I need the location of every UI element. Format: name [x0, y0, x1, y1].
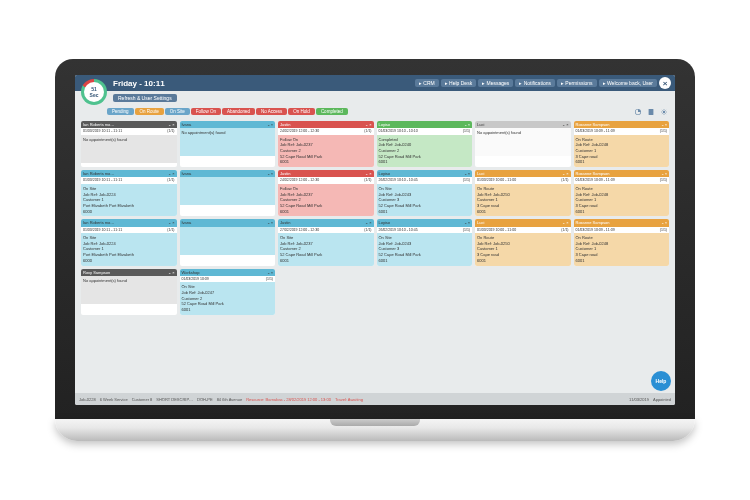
status-filter-follow-on[interactable]: Follow On	[191, 108, 221, 115]
card-actions[interactable]: ⌄ ×	[168, 270, 174, 275]
card-actions[interactable]: ⌄ ×	[365, 220, 371, 225]
card-time: 24/02/2019 12:00 - 12:30	[280, 178, 364, 183]
card-header: Luci⌄ ×	[475, 121, 571, 128]
job-card[interactable]: Justin⌄ ×24/02/2019 12:00 - 12:30(1/1)Fo…	[278, 121, 374, 167]
card-name: Justin	[280, 122, 290, 127]
card-actions[interactable]: ⌄ ×	[661, 220, 667, 225]
job-card[interactable]: Loyiso⌄ ×01/03/2019 10:10 - 10:10(1/1)Co…	[377, 121, 473, 167]
card-actions[interactable]: ⌄ ×	[562, 171, 568, 176]
card-time: 01/03/2019 10:10 - 10:10	[379, 129, 463, 134]
status-filter-no-access[interactable]: No Access	[256, 108, 287, 115]
card-body: On RouteJob Ref: Job-0248Customer 13 Cap…	[574, 233, 670, 265]
job-card[interactable]: Workshop⌄ ×01/03/2019 10:09(1/1)On SiteJ…	[180, 269, 276, 315]
card-actions[interactable]: ⌄ ×	[267, 122, 273, 127]
job-card[interactable]: Loyiso⌄ ×26/02/2019 10:10 - 10:45(1/1)On…	[377, 219, 473, 265]
card-header: Luci⌄ ×	[475, 219, 571, 226]
card-actions[interactable]: ⌄ ×	[267, 270, 273, 275]
top-nav-button[interactable]: ▸ Messages	[478, 79, 513, 87]
job-card[interactable]: Justin⌄ ×27/02/2019 12:00 - 12:30(1/1)On…	[278, 219, 374, 265]
card-actions[interactable]: ⌄ ×	[464, 122, 470, 127]
card-count: (1/1)	[167, 228, 174, 233]
close-button[interactable]: ×	[659, 77, 671, 89]
card-header: Loyiso⌄ ×	[377, 170, 473, 177]
job-card[interactable]: Roxanne Sampson⌄ ×01/03/2019 10:09 - 11:…	[574, 121, 670, 167]
card-actions[interactable]: ⌄ ×	[562, 220, 568, 225]
card-time: 01/03/2019 10:11 - 11:11	[83, 129, 167, 134]
job-card[interactable]: Luci⌄ ×No appointment(s) found	[475, 121, 571, 167]
card-count: (1/1)	[167, 129, 174, 134]
card-header: Ivana⌄ ×	[180, 170, 276, 177]
refresh-settings-button[interactable]: Refresh & User Settings	[113, 94, 177, 102]
card-count: (1/1)	[364, 129, 371, 134]
top-nav-button[interactable]: ▸ Permissions	[557, 79, 597, 87]
card-actions[interactable]: ⌄ ×	[365, 122, 371, 127]
card-time: 01/03/2019 10:09 - 11:09	[576, 178, 660, 183]
job-card[interactable]: Luci⌄ ×01/03/2019 10:00 - 11:00(1/1)On R…	[475, 170, 571, 216]
job-card[interactable]: Justin⌄ ×24/02/2019 12:00 - 12:30(1/1)Fo…	[278, 170, 374, 216]
top-nav-button[interactable]: ▸ CRM	[415, 79, 439, 87]
card-actions[interactable]: ⌄ ×	[267, 171, 273, 176]
card-header: Loyiso⌄ ×	[377, 219, 473, 226]
status-filter-on-hold[interactable]: On Hold	[288, 108, 315, 115]
bottom-date: 11/03/2019	[629, 397, 649, 402]
top-nav-button[interactable]: ▸ Welcome back, User	[599, 79, 657, 87]
card-actions[interactable]: ⌄ ×	[661, 122, 667, 127]
status-filter-on-route[interactable]: On Route	[135, 108, 164, 115]
document-icon[interactable]	[646, 107, 656, 117]
page-title: Friday - 10:11	[113, 79, 165, 88]
card-header: Justin⌄ ×	[278, 219, 374, 226]
card-count: (1/1)	[561, 228, 568, 233]
job-card[interactable]: Ivana⌄ ×	[180, 170, 276, 216]
job-card[interactable]: Luci⌄ ×01/03/2019 10:00 - 11:00(1/1)On R…	[475, 219, 571, 265]
bottom-detail-bar: Job-0228 6 Week Service Customer 8 SHORT…	[75, 393, 675, 405]
top-nav-button[interactable]: ▸ Notifications	[515, 79, 555, 87]
job-card[interactable]: Roxanne Sampson⌄ ×01/03/2019 10:09 - 11:…	[574, 170, 670, 216]
card-actions[interactable]: ⌄ ×	[168, 220, 174, 225]
card-actions[interactable]: ⌄ ×	[168, 171, 174, 176]
card-actions[interactable]: ⌄ ×	[464, 171, 470, 176]
card-name: Loyiso	[379, 220, 391, 225]
job-card[interactable]: Ian Roberts mo…⌄ ×01/03/2019 10:11 - 11:…	[81, 121, 177, 167]
chart-icon[interactable]	[633, 107, 643, 117]
job-card[interactable]: Ivana⌄ ×	[180, 219, 276, 265]
status-filter-pending[interactable]: Pending	[107, 108, 134, 115]
card-count: (1/1)	[660, 129, 667, 134]
status-filter-completed[interactable]: Completed	[316, 108, 348, 115]
job-card[interactable]: Ivana⌄ ×No appointment(s) found	[180, 121, 276, 167]
card-time: 01/03/2019 10:09 - 11:09	[576, 228, 660, 233]
card-header: Roxanne Sampson⌄ ×	[574, 219, 670, 226]
card-actions[interactable]: ⌄ ×	[168, 122, 174, 127]
card-body: No appointment(s) found	[81, 135, 177, 163]
card-body: No appointment(s) found	[81, 276, 177, 304]
settings-icon[interactable]	[659, 107, 669, 117]
help-button[interactable]: Help	[651, 371, 671, 391]
job-card[interactable]: Ian Roberts mo…⌄ ×01/03/2019 10:11 - 11:…	[81, 170, 177, 216]
card-header: Ivana⌄ ×	[180, 219, 276, 226]
card-actions[interactable]: ⌄ ×	[562, 122, 568, 127]
card-time: 01/03/2019 10:11 - 11:11	[83, 178, 167, 183]
card-name: Luci	[477, 122, 484, 127]
card-body: On RouteJob Ref: Job-0250Customer 13 Cap…	[475, 233, 571, 265]
refresh-timer[interactable]: 51 Sec	[81, 79, 107, 105]
status-filter-abandoned[interactable]: Abandoned	[222, 108, 255, 115]
sub-bar: Refresh & User Settings	[75, 91, 675, 105]
job-card[interactable]: Loyiso⌄ ×26/02/2019 10:10 - 10:45(1/1)On…	[377, 170, 473, 216]
card-header: Justin⌄ ×	[278, 121, 374, 128]
status-filter-on-site[interactable]: On Site	[165, 108, 190, 115]
job-card[interactable]: Roxy Sampson⌄ ×No appointment(s) found	[81, 269, 177, 315]
card-name: Workshop	[182, 270, 200, 275]
card-body: On SiteJob Ref: Job-0243Customer 352 Cap…	[377, 184, 473, 216]
top-nav-button[interactable]: ▸ Help Desk	[441, 79, 476, 87]
card-header: Roxanne Sampson⌄ ×	[574, 121, 670, 128]
card-time: 26/02/2019 10:10 - 10:45	[379, 178, 463, 183]
card-actions[interactable]: ⌄ ×	[661, 171, 667, 176]
job-card[interactable]: Roxanne Sampson⌄ ×01/03/2019 10:09 - 11:…	[574, 219, 670, 265]
svg-rect-0	[649, 109, 654, 115]
card-actions[interactable]: ⌄ ×	[365, 171, 371, 176]
card-body: No appointment(s) found	[180, 128, 276, 156]
svg-point-1	[663, 111, 665, 113]
card-name: Roxy Sampson	[83, 270, 110, 275]
card-actions[interactable]: ⌄ ×	[464, 220, 470, 225]
card-actions[interactable]: ⌄ ×	[267, 220, 273, 225]
job-card[interactable]: Ian Roberts mo…⌄ ×01/03/2019 10:11 - 11:…	[81, 219, 177, 265]
